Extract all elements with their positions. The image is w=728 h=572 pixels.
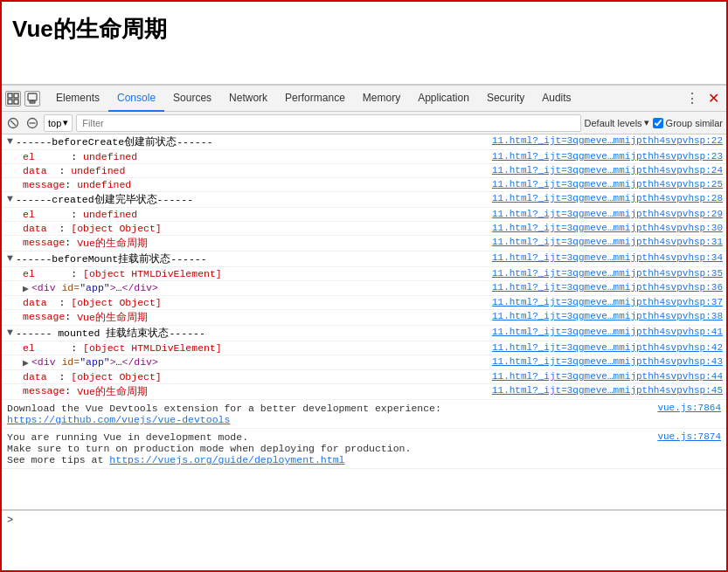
svg-rect-4: [28, 93, 37, 100]
line-source[interactable]: 11.html?_ijt=3qgmeve…mmijpthh4svpvhsp:45: [492, 385, 723, 396]
console-line: el : undefined 11.html?_ijt=3qgmeve…mmij…: [2, 208, 726, 222]
line-source[interactable]: 11.html?_ijt=3qgmeve…mmijpthh4svpvhsp:29: [492, 209, 723, 219]
line-source[interactable]: 11.html?_ijt=3qgmeve…mmijpthh4svpvhsp:43: [492, 356, 723, 367]
console-line: ▼ ------beforeMount挂载前状态------ 11.html?_…: [2, 252, 726, 267]
line-source[interactable]: 11.html?_ijt=3qgmeve…mmijpthh4svpvhsp:37: [492, 297, 723, 307]
console-line: message : Vue的生命周期 11.html?_ijt=3qgmeve……: [2, 236, 726, 252]
console-line: ▼ ------ mounted 挂载结束状态------ 11.html?_i…: [2, 326, 726, 341]
levels-dropdown[interactable]: Default levels ▾: [585, 117, 649, 128]
console-toolbar: top ▾ Default levels ▾ Group similar: [2, 112, 726, 134]
info-section: Download the Vue Devtools extension for …: [2, 400, 726, 429]
devtools-panel: Elements Console Sources Network Perform…: [2, 85, 726, 529]
clear-console-icon[interactable]: [5, 115, 21, 131]
tab-memory[interactable]: Memory: [354, 86, 409, 112]
line-source[interactable]: 11.html?_ijt=3qgmeve…mmijpthh4svpvhsp:31: [492, 237, 723, 247]
console-line: data : [object Object] 11.html?_ijt=3qgm…: [2, 370, 726, 384]
console-line: data : [object Object] 11.html?_ijt=3qgm…: [2, 296, 726, 310]
filter-input[interactable]: [76, 114, 580, 132]
page-title: Vue的生命周期: [12, 14, 167, 45]
line-source[interactable]: 11.html?_ijt=3qgmeve…mmijpthh4svpvhsp:35: [492, 268, 723, 279]
line-source[interactable]: 11.html?_ijt=3qgmeve…mmijpthh4svpvhsp:41: [492, 327, 723, 337]
svg-rect-2: [8, 100, 12, 104]
stop-recording-icon[interactable]: [24, 115, 40, 131]
svg-rect-1: [14, 93, 18, 98]
console-line: message : undefined 11.html?_ijt=3qgmeve…: [2, 178, 726, 192]
levels-chevron-icon: ▾: [644, 117, 649, 128]
console-output: ▼ ------beforeCreate创建前状态------ 11.html?…: [2, 134, 726, 510]
line-source[interactable]: vue.js:7864: [657, 403, 721, 413]
info-section-2: You are running Vue in development mode.…: [2, 429, 726, 469]
line-source[interactable]: 11.html?_ijt=3qgmeve…mmijpthh4svpvhsp:34: [492, 252, 723, 263]
svg-rect-3: [14, 100, 18, 104]
deployment-link[interactable]: https://vuejs.org/guide/deployment.html: [109, 454, 344, 465]
page-wrapper: Vue的生命周期 Elements Console Sources: [0, 0, 728, 572]
device-icon[interactable]: [24, 91, 40, 107]
svg-rect-0: [8, 93, 12, 98]
expand-arrow[interactable]: ▶: [23, 356, 29, 369]
expand-arrow[interactable]: ▶: [23, 282, 29, 294]
console-line: ▼ ------created创建完毕状态------ 11.html?_ijt…: [2, 192, 726, 208]
devtools-link[interactable]: https://github.com/vuejs/vue-devtools: [7, 414, 230, 425]
tab-console[interactable]: Console: [108, 86, 164, 112]
line-source[interactable]: 11.html?_ijt=3qgmeve…mmijpthh4svpvhsp:25: [492, 179, 723, 190]
inspect-icon[interactable]: [5, 91, 21, 107]
group-similar-checkbox[interactable]: [653, 118, 663, 128]
tab-application[interactable]: Application: [409, 86, 478, 112]
tab-sources[interactable]: Sources: [164, 86, 220, 112]
console-line: ▼ ------beforeCreate创建前状态------ 11.html?…: [2, 134, 726, 150]
line-source[interactable]: 11.html?_ijt=3qgmeve…mmijpthh4svpvhsp:28: [492, 193, 723, 203]
devtools-tabs: Elements Console Sources Network Perform…: [2, 86, 726, 112]
console-input-area: >: [2, 510, 726, 529]
tab-icons: [5, 91, 40, 107]
group-similar-toggle[interactable]: Group similar: [653, 118, 723, 128]
line-source[interactable]: 11.html?_ijt=3qgmeve…mmijpthh4svpvhsp:44: [492, 371, 723, 382]
more-tabs-icon[interactable]: ⋮: [680, 90, 704, 107]
expand-arrow[interactable]: ▼: [7, 135, 13, 147]
console-line: message : Vue的生命周期 11.html?_ijt=3qgmeve……: [2, 384, 726, 400]
line-source[interactable]: 11.html?_ijt=3qgmeve…mmijpthh4svpvhsp:36: [492, 282, 723, 293]
line-source[interactable]: vue.js:7874: [657, 431, 721, 442]
tab-audits[interactable]: Audits: [533, 86, 579, 112]
console-line: ▶ <div id="app" > … </div> 11.html?_ijt=…: [2, 355, 726, 370]
console-line: el : [object HTMLDivElement] 11.html?_ij…: [2, 267, 726, 281]
console-line: data : undefined 11.html?_ijt=3qgmeve…mm…: [2, 164, 726, 178]
console-line: ▶ <div id="app" > … </div> 11.html?_ijt=…: [2, 281, 726, 296]
line-source[interactable]: 11.html?_ijt=3qgmeve…mmijpthh4svpvhsp:30: [492, 223, 723, 233]
tab-network[interactable]: Network: [220, 86, 276, 112]
top-area: Vue的生命周期: [2, 2, 726, 85]
chevron-down-icon: ▾: [63, 117, 68, 128]
close-devtools-icon[interactable]: ✕: [704, 90, 723, 107]
line-source[interactable]: 11.html?_ijt=3qgmeve…mmijpthh4svpvhsp:24: [492, 165, 723, 176]
svg-rect-6: [30, 101, 35, 103]
console-line: data : [object Object] 11.html?_ijt=3qgm…: [2, 222, 726, 236]
tab-performance[interactable]: Performance: [276, 86, 354, 112]
console-line: el : undefined 11.html?_ijt=3qgmeve…mmij…: [2, 150, 726, 164]
tab-elements[interactable]: Elements: [47, 86, 108, 112]
line-source[interactable]: 11.html?_ijt=3qgmeve…mmijpthh4svpvhsp:38: [492, 311, 723, 321]
expand-arrow[interactable]: ▼: [7, 252, 13, 264]
tab-security[interactable]: Security: [478, 86, 533, 112]
console-line: el : [object HTMLDivElement] 11.html?_ij…: [2, 341, 726, 355]
line-source[interactable]: 11.html?_ijt=3qgmeve…mmijpthh4svpvhsp:22: [492, 135, 723, 146]
context-selector[interactable]: top ▾: [44, 114, 73, 132]
line-source[interactable]: 11.html?_ijt=3qgmeve…mmijpthh4svpvhsp:23: [492, 151, 723, 162]
svg-line-8: [10, 121, 16, 126]
line-source[interactable]: 11.html?_ijt=3qgmeve…mmijpthh4svpvhsp:42: [492, 342, 723, 353]
console-line: message : Vue的生命周期 11.html?_ijt=3qgmeve……: [2, 310, 726, 326]
console-prompt-icon: >: [7, 514, 13, 527]
expand-arrow[interactable]: ▼: [7, 193, 13, 204]
expand-arrow[interactable]: ▼: [7, 327, 13, 338]
